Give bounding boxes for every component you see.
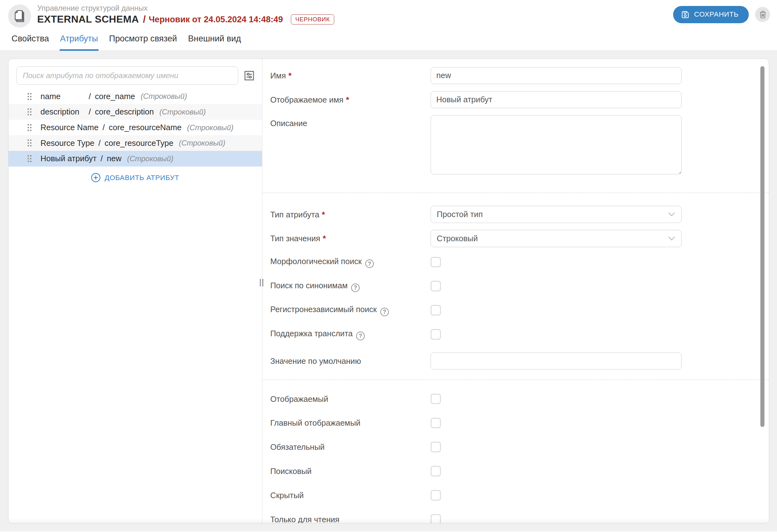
floppy-icon [681, 10, 689, 19]
tab-appearance[interactable]: Внешний вид [183, 29, 247, 50]
entity-avatar [8, 4, 31, 28]
field-label-synonym-search: Поиск по синонимам? [270, 280, 430, 292]
header-actions: СОХРАНИТЬ [673, 6, 770, 23]
main-displayed-checkbox[interactable] [431, 418, 441, 428]
case-insensitive-search-checkbox[interactable] [431, 305, 441, 315]
displayed-checkbox[interactable] [431, 394, 441, 404]
field-label-required: Обязательный [270, 442, 430, 452]
description-field[interactable] [431, 115, 682, 174]
field-label-value-type: Тип значения* [270, 233, 430, 243]
tab-properties[interactable]: Свойства [6, 29, 54, 50]
attribute-type-value: Простой тип [437, 210, 483, 219]
value-type-value: Строковый [437, 234, 478, 243]
title-block: Управление структурой данных EXTERNAL SC… [37, 3, 673, 25]
attr-display-name: Resource Name [40, 123, 99, 132]
tab-relations[interactable]: Просмотр связей [104, 29, 183, 50]
drag-dots-icon[interactable] [27, 93, 32, 101]
splitter-grip[interactable] [260, 279, 263, 286]
drag-dots-icon[interactable] [27, 155, 32, 163]
vertical-scrollbar-thumb[interactable] [760, 66, 764, 427]
draft-status-text: Черновик от 24.05.2024 14:48:49 [149, 14, 283, 24]
attr-separator: / [89, 92, 91, 101]
title-separator: / [143, 13, 146, 25]
chevron-down-icon [668, 212, 675, 217]
attribute-form-panel: Имя* Отображаемое имя* Описание [262, 59, 769, 523]
attr-row-description[interactable]: description / core_description (Строковы… [8, 104, 262, 120]
attribute-search-input[interactable] [16, 66, 238, 85]
required-mark: * [323, 234, 326, 243]
field-label-display-name: Отображаемое имя* [270, 95, 430, 105]
attr-system-name: core_name [95, 92, 135, 101]
attr-system-name: core_resourceType [105, 139, 173, 148]
tab-bar: Свойства Атрибуты Просмотр связей Внешни… [0, 29, 777, 51]
attr-row-resource-type[interactable]: Resource Type / core_resourceType (Строк… [8, 135, 262, 151]
field-label-searchable: Поисковый [270, 466, 430, 476]
delete-button[interactable] [755, 7, 770, 22]
attribute-type-select[interactable]: Простой тип [431, 206, 682, 223]
chevron-down-icon [668, 236, 675, 241]
question-circle-icon[interactable]: ? [365, 259, 374, 268]
attr-system-name: new [107, 154, 121, 163]
question-circle-icon[interactable]: ? [356, 331, 365, 340]
morphological-search-checkbox[interactable] [431, 257, 441, 268]
documents-stack-icon [13, 9, 26, 23]
attr-row-name[interactable]: name / core_name (Строковый) [8, 89, 262, 105]
field-label-read-only: Только для чтения [270, 514, 430, 524]
drag-dots-icon[interactable] [27, 108, 32, 116]
search-settings-button[interactable] [243, 69, 256, 82]
field-label-default-value: Значение по умолчанию [270, 356, 430, 366]
tab-attributes[interactable]: Атрибуты [54, 29, 104, 50]
translit-support-checkbox[interactable] [431, 329, 441, 340]
flag-list: Отображаемый Главный отображаемый Обязат… [270, 393, 760, 523]
plus-circle-icon [91, 173, 100, 182]
attr-separator: / [89, 107, 91, 116]
attr-separator: / [100, 154, 103, 163]
sliders-icon [243, 70, 255, 82]
attr-row-new-selected[interactable]: Новый атрибут / new (Строковый) [8, 151, 262, 166]
attr-display-name: Новый атрибут [40, 154, 97, 163]
section-divider [262, 192, 769, 193]
field-label-name: Имя* [270, 71, 430, 81]
default-value-field[interactable] [431, 352, 682, 369]
question-circle-icon[interactable]: ? [380, 308, 389, 316]
value-type-select[interactable]: Строковый [431, 230, 682, 247]
name-field[interactable] [431, 67, 682, 84]
add-attribute-button[interactable]: ДОБАВИТЬ АТРИБУТ [8, 173, 262, 182]
read-only-checkbox[interactable] [431, 514, 441, 524]
field-label-main-displayed: Главный отображаемый [270, 418, 430, 428]
searchable-checkbox[interactable] [431, 466, 441, 477]
attr-system-name: core_resourceName [109, 123, 182, 132]
synonym-search-checkbox[interactable] [431, 281, 441, 291]
attr-display-name: description [40, 107, 85, 116]
page-header: Управление структурой данных EXTERNAL SC… [0, 0, 777, 29]
draft-badge: ЧЕРНОВИК [291, 14, 334, 24]
attr-type: (Строковый) [187, 123, 233, 132]
drag-dots-icon[interactable] [27, 139, 32, 147]
attr-type: (Строковый) [127, 154, 174, 163]
field-label-displayed: Отображаемый [270, 394, 430, 404]
display-name-field[interactable] [431, 91, 682, 108]
panel-splitter[interactable] [262, 59, 262, 523]
field-label-translit-support: Поддержка транслита? [270, 328, 430, 340]
app-subtitle: Управление структурой данных [37, 3, 673, 13]
field-label-description: Описание [270, 115, 430, 128]
content-area: name / core_name (Строковый) description… [0, 51, 777, 532]
trash-icon [759, 10, 767, 19]
attribute-list: name / core_name (Строковый) description… [8, 89, 262, 166]
attr-separator: / [98, 139, 100, 148]
required-checkbox[interactable] [431, 442, 441, 452]
attr-separator: / [103, 123, 105, 132]
attr-row-resource-name[interactable]: Resource Name / core_resourceName (Строк… [8, 120, 262, 136]
question-circle-icon[interactable]: ? [351, 284, 360, 292]
attribute-list-panel: name / core_name (Строковый) description… [8, 59, 262, 523]
save-button[interactable]: СОХРАНИТЬ [673, 6, 749, 23]
required-mark: * [322, 210, 325, 219]
drag-dots-icon[interactable] [27, 124, 32, 132]
field-label-hidden: Скрытый [270, 490, 430, 500]
add-attribute-label: ДОБАВИТЬ АТРИБУТ [105, 174, 179, 182]
hidden-checkbox[interactable] [431, 490, 441, 501]
attr-system-name: core_description [95, 107, 154, 116]
section-divider [262, 380, 769, 380]
page-title: EXTERNAL SCHEMA [37, 13, 139, 25]
field-label-case-insensitive-search: Регистронезависимый поиск? [270, 304, 430, 316]
